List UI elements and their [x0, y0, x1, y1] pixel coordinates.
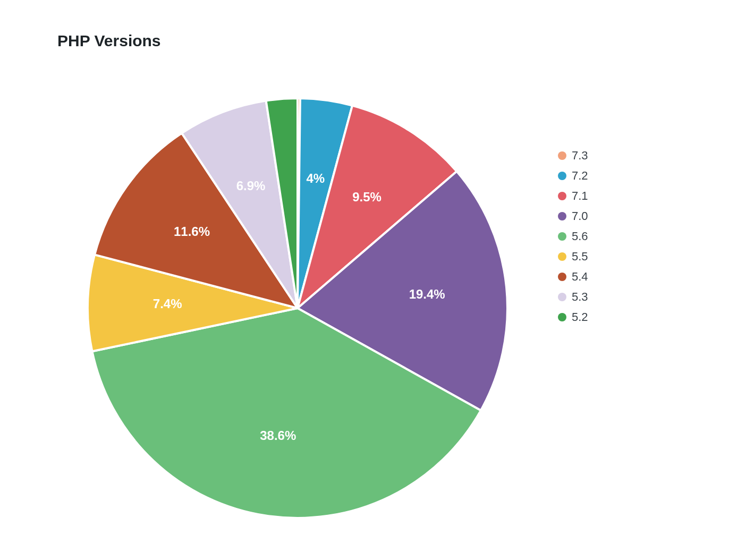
legend-dot-icon — [558, 252, 566, 261]
legend-label: 5.6 — [572, 230, 588, 243]
slice-label-7-2: 4% — [306, 171, 325, 185]
slice-label-7-0: 19.4% — [409, 287, 445, 301]
legend-item-7-2: 7.2 — [558, 169, 588, 183]
slice-label-5-6: 38.6% — [260, 428, 296, 443]
legend-label: 7.1 — [572, 189, 588, 203]
legend-dot-icon — [558, 212, 566, 220]
legend-item-7-1: 7.1 — [558, 189, 588, 203]
chart-container: PHP Versions 4%9.5%19.4%38.6%7.4%11.6%6.… — [0, 0, 746, 560]
legend-dot-icon — [558, 273, 566, 281]
legend-label: 5.2 — [572, 310, 588, 324]
slice-label-7-1: 9.5% — [352, 190, 382, 204]
legend-label: 7.3 — [572, 149, 588, 163]
legend-dot-icon — [558, 293, 566, 301]
legend-item-7-0: 7.0 — [558, 209, 588, 223]
legend-dot-icon — [558, 192, 566, 200]
legend-item-7-3: 7.3 — [558, 149, 588, 163]
chart-title: PHP Versions — [57, 32, 161, 50]
legend-label: 7.0 — [572, 209, 588, 223]
legend-dot-icon — [558, 151, 566, 160]
slice-label-5-4: 11.6% — [174, 224, 210, 239]
legend-item-5-2: 5.2 — [558, 310, 588, 324]
legend-label: 7.2 — [572, 169, 588, 183]
slice-label-5-5: 7.4% — [153, 296, 182, 311]
legend-item-5-6: 5.6 — [558, 230, 588, 243]
pie-chart: 4%9.5%19.4%38.6%7.4%11.6%6.9% — [80, 64, 515, 531]
legend-dot-icon — [558, 313, 566, 321]
legend-dot-icon — [558, 172, 566, 180]
chart-legend: 7.37.27.17.05.65.55.45.35.2 — [558, 149, 588, 324]
legend-item-5-4: 5.4 — [558, 270, 588, 284]
legend-label: 5.4 — [572, 270, 588, 284]
legend-item-5-3: 5.3 — [558, 290, 588, 304]
legend-label: 5.3 — [572, 290, 588, 304]
legend-label: 5.5 — [572, 250, 588, 264]
legend-dot-icon — [558, 232, 566, 241]
slice-label-5-3: 6.9% — [236, 179, 266, 193]
legend-item-5-5: 5.5 — [558, 250, 588, 264]
